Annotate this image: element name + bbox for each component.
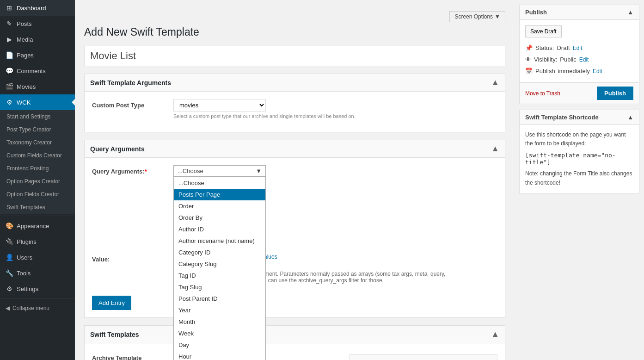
publish-time-label: Publish xyxy=(535,68,555,74)
dashboard-icon: ⊞ xyxy=(6,4,13,12)
sidebar-item-swift-templates[interactable]: Swift Templates xyxy=(0,201,75,214)
query-dropdown-container: ...Choose ▼ ...Choose Posts Per Page Ord… xyxy=(173,165,266,177)
swift-template-arguments-header[interactable]: Swift Template Arguments ▲ xyxy=(85,74,505,92)
calendar-icon: 📅 xyxy=(525,68,533,74)
publish-footer: Move to Trash Publish xyxy=(520,82,639,104)
chevron-down-icon: ▼ xyxy=(495,13,500,20)
query-arguments-dropdown-list[interactable]: ...Choose Posts Per Page Order Order By … xyxy=(173,177,266,360)
available-vars-section: Available Variables (also see the docume… xyxy=(350,354,497,360)
dropdown-option-author-nicename[interactable]: Author nicename (not name) xyxy=(174,235,265,247)
publish-panel-header: Publish ▲ xyxy=(520,5,639,20)
title-input-wrapper xyxy=(84,46,505,66)
sidebar-wck-submenu: Start and Settings Post Type Creator Tax… xyxy=(0,110,75,214)
shortcode-panel-title: Swift Template Shortcode xyxy=(525,114,599,121)
dropdown-option-choose[interactable]: ...Choose xyxy=(174,177,265,189)
posts-icon: ✎ xyxy=(6,20,13,27)
swift-templates-header[interactable]: Swift Templates ▲ xyxy=(85,326,505,343)
collapse-icon-query: ▲ xyxy=(491,144,499,154)
main-content: Screen Options ▼ Add New Swift Template … xyxy=(75,0,515,360)
swift-templates-title: Swift Templates xyxy=(90,331,139,338)
query-arguments-label: Query Arguments:* xyxy=(92,165,166,175)
query-arguments-body: Query Arguments:* ...Choose ▼ ...Choose … xyxy=(85,158,505,317)
dropdown-option-category-id[interactable]: Category ID xyxy=(174,247,265,258)
dropdown-option-author-id[interactable]: Author ID xyxy=(174,223,265,235)
status-label: Status: xyxy=(535,44,554,51)
status-value: Draft xyxy=(557,44,570,51)
dropdown-option-hour[interactable]: Hour xyxy=(174,351,265,360)
custom-post-type-hint: Select a custom post type that our archi… xyxy=(173,113,356,119)
dropdown-option-order-by[interactable]: Order By xyxy=(174,212,265,223)
status-edit-link[interactable]: Edit xyxy=(573,45,583,51)
collapse-icon-swift: ▲ xyxy=(491,329,499,339)
comments-icon: 💬 xyxy=(6,67,13,74)
shortcode-collapse-icon: ▲ xyxy=(627,114,633,121)
screen-options-button[interactable]: Screen Options ▼ xyxy=(449,11,505,22)
users-icon: 👤 xyxy=(6,254,13,261)
publish-time-edit-link[interactable]: Edit xyxy=(593,68,602,74)
archive-template-section: Archive Template o exit 1 xyxy=(92,354,497,360)
visibility-label: Visibility: xyxy=(534,56,557,63)
dropdown-option-week[interactable]: Week xyxy=(174,328,265,339)
dropdown-option-posts-per-page[interactable]: Posts Per Page xyxy=(174,189,265,200)
swift-template-arguments-title: Swift Template Arguments xyxy=(90,79,171,87)
shortcode-code: [swift-template name="no-title"] xyxy=(525,152,633,166)
custom-post-type-select-wrap: movies posts pages Select a custom post … xyxy=(173,99,356,119)
sidebar-item-option-fields-creator[interactable]: Option Fields Creator xyxy=(0,188,75,201)
sidebar-item-tools[interactable]: 🔧 Tools xyxy=(0,265,75,281)
collapse-menu[interactable]: ◀ Collapse menu xyxy=(0,301,75,316)
custom-post-type-row: Custom Post Type movies posts pages Sele… xyxy=(92,99,497,119)
publish-panel-title: Publish xyxy=(525,9,547,16)
sidebar-item-taxonomy-creator[interactable]: Taxonomy Creator xyxy=(0,136,75,149)
move-to-trash-link[interactable]: Move to Trash xyxy=(525,90,560,97)
visibility-edit-link[interactable]: Edit xyxy=(579,56,589,63)
dropdown-option-order[interactable]: Order xyxy=(174,200,265,212)
custom-post-type-select[interactable]: movies posts pages xyxy=(173,99,266,112)
dropdown-option-year[interactable]: Year xyxy=(174,304,265,316)
visibility-value: Public xyxy=(560,56,576,63)
swift-templates-panel: Swift Templates ▲ Archive Template o exi… xyxy=(84,325,505,360)
add-entry-button[interactable]: Add Entry xyxy=(92,296,131,310)
publish-collapse-icon: ▲ xyxy=(627,9,633,16)
sidebar-item-post-type-creator[interactable]: Post Type Creator xyxy=(0,123,75,136)
sidebar-item-wck[interactable]: ⚙ WCK xyxy=(0,94,75,110)
dropdown-arrow-icon: ▼ xyxy=(256,168,262,174)
sidebar-item-users[interactable]: 👤 Users xyxy=(0,249,75,265)
appearance-icon: 🎨 xyxy=(6,222,13,230)
sidebar-item-frontend-posting[interactable]: Frontend Posting xyxy=(0,162,75,175)
sidebar-item-settings[interactable]: ⚙ Settings xyxy=(0,281,75,297)
sidebar-item-media[interactable]: ▶ Media xyxy=(0,31,75,47)
dropdown-option-tag-slug[interactable]: Tag Slug xyxy=(174,281,265,293)
sidebar-item-dashboard[interactable]: ⊞ Dashboard xyxy=(0,0,75,16)
sidebar-item-option-pages-creator[interactable]: Option Pages Creator xyxy=(0,175,75,188)
dropdown-option-tag-id[interactable]: Tag ID xyxy=(174,270,265,281)
visibility-icon: 👁 xyxy=(525,56,531,63)
custom-post-type-label: Custom Post Type xyxy=(92,99,166,109)
required-marker: * xyxy=(145,168,147,175)
publish-time-row: 📅 Publish immediately Edit xyxy=(525,65,633,77)
save-draft-button[interactable]: Save Draft xyxy=(525,25,562,37)
dropdown-option-month[interactable]: Month xyxy=(174,316,265,328)
sidebar-item-plugins[interactable]: 🔌 Plugins xyxy=(0,234,75,249)
sidebar-item-posts[interactable]: ✎ Posts xyxy=(0,16,75,31)
query-arguments-dropdown-trigger[interactable]: ...Choose ▼ xyxy=(173,165,266,177)
query-arguments-title: Query Arguments xyxy=(90,145,145,153)
dropdown-option-category-slug[interactable]: Category Slug xyxy=(174,258,265,270)
value-label: Value: xyxy=(92,253,166,263)
dropdown-option-post-parent-id[interactable]: Post Parent ID xyxy=(174,293,265,304)
sidebar-item-appearance[interactable]: 🎨 Appearance xyxy=(0,218,75,234)
sidebar-item-comments[interactable]: 💬 Comments xyxy=(0,63,75,79)
query-arguments-header[interactable]: Query Arguments ▲ xyxy=(85,140,505,158)
sidebar-item-pages[interactable]: 📄 Pages xyxy=(0,47,75,63)
movies-icon: 🎬 xyxy=(6,83,13,90)
sidebar-item-start-settings[interactable]: Start and Settings xyxy=(0,110,75,123)
collapse-icon-arguments: ▲ xyxy=(491,78,499,87)
sidebar-item-custom-fields-creator[interactable]: Custom Fields Creator xyxy=(0,149,75,162)
sidebar-item-movies[interactable]: 🎬 Movies xyxy=(0,79,75,94)
swift-templates-body: Archive Template o exit 1 xyxy=(85,343,505,360)
pages-icon: 📄 xyxy=(6,51,13,59)
publish-panel: Publish ▲ Save Draft 📌 Status: Draft Edi… xyxy=(519,5,639,104)
publish-button[interactable]: Publish xyxy=(597,87,633,100)
title-input[interactable] xyxy=(90,50,499,62)
plugins-icon: 🔌 xyxy=(6,238,13,245)
dropdown-option-day[interactable]: Day xyxy=(174,339,265,351)
